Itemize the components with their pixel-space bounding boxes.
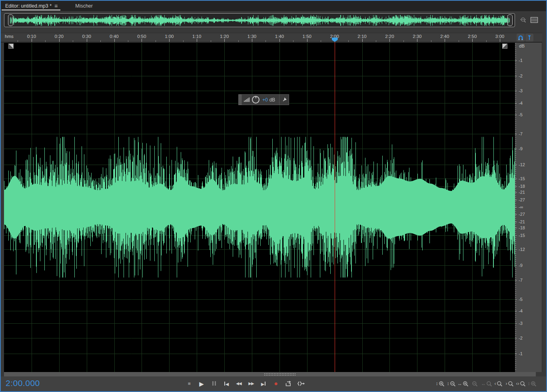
loop-playback-button[interactable] xyxy=(284,379,293,388)
timeline-tick xyxy=(252,39,252,42)
scrollbar-grip[interactable] xyxy=(264,373,296,376)
db-tick xyxy=(515,91,517,91)
waveform-canvas[interactable] xyxy=(4,43,515,372)
db-label: -15 xyxy=(519,176,525,181)
overview-right-handle[interactable] xyxy=(507,14,513,26)
zoom-out-time-button[interactable] xyxy=(470,379,480,388)
timeline-tick xyxy=(472,39,473,42)
db-tick xyxy=(515,115,517,115)
rewind-button[interactable]: ◀◀ xyxy=(234,379,243,388)
db-tick xyxy=(515,60,517,61)
zoom-to-out-point-button[interactable]: › xyxy=(505,379,515,388)
timeline-tick xyxy=(169,39,170,42)
zoom-full-button[interactable]: ↕ xyxy=(527,379,537,388)
play-button[interactable]: ▶ xyxy=(197,379,206,388)
hud-gain-value[interactable]: +0 xyxy=(262,97,268,103)
timeline-label: 2:50 xyxy=(468,34,477,39)
overview-zoom-icon[interactable] xyxy=(519,16,528,25)
tab-mixer[interactable]: Mischer xyxy=(71,1,97,11)
tab-mixer-label: Mischer xyxy=(75,3,93,9)
db-label: -1 xyxy=(519,58,523,63)
zoom-controls: ↕ ↕ ↔ ↔ ‹ › ‹› ↕ xyxy=(435,379,537,388)
magnet-icon xyxy=(517,34,524,41)
pause-button[interactable] xyxy=(210,379,218,388)
timeline-tick xyxy=(73,40,73,42)
overview-left-handle[interactable] xyxy=(8,14,13,26)
tab-editor[interactable]: Editor: untitled.mp3 * ≡ xyxy=(1,1,62,11)
fade-in-handle[interactable] xyxy=(8,44,14,49)
fade-out-handle[interactable] xyxy=(502,44,507,49)
timeline-label: 2:40 xyxy=(440,34,449,39)
hud-gain-knob-icon[interactable] xyxy=(252,96,260,103)
db-tick xyxy=(515,280,517,281)
hud-gain-control: +0 dB xyxy=(238,94,289,105)
overview-waveform[interactable] xyxy=(10,14,510,26)
db-label: -18 xyxy=(519,184,525,189)
play-icon: ▶ xyxy=(199,381,204,387)
timeline-label: 0:30 xyxy=(82,34,91,39)
timeline-tick xyxy=(348,40,349,42)
zoom-to-selection-button[interactable]: ‹› xyxy=(516,379,526,388)
timeline-tick xyxy=(362,39,363,42)
zoom-reset-button[interactable]: ↔ xyxy=(481,379,492,388)
timeline-tick xyxy=(293,40,293,42)
snap-toggle-button[interactable] xyxy=(517,34,525,42)
hud-gain-unit: dB xyxy=(270,97,275,103)
move-playhead-button[interactable] xyxy=(296,379,305,388)
timeline-label: 1:10 xyxy=(192,34,201,39)
panel-menu-hamburger-icon[interactable]: ≡ xyxy=(54,4,58,8)
timeline-tick xyxy=(376,40,376,42)
transport-controls: ■▶◀◀◀▶▶▶● xyxy=(185,379,305,388)
fast-forward-button[interactable]: ▶▶ xyxy=(247,379,256,388)
playhead-line[interactable] xyxy=(335,40,335,372)
db-label: -4 xyxy=(519,308,523,313)
timeline-tick xyxy=(266,40,266,42)
db-label: -1 xyxy=(519,351,523,356)
zoom-in-time-button[interactable]: ↔ xyxy=(457,379,469,388)
move-playhead-icon xyxy=(297,381,305,386)
timeline-tick xyxy=(224,39,225,42)
timeline-label: 1:40 xyxy=(275,34,284,39)
hud-drag-grip[interactable] xyxy=(239,95,242,105)
magnifier-icon xyxy=(508,381,514,387)
record-button[interactable]: ● xyxy=(272,379,280,388)
timeline-label: 3:00 xyxy=(495,34,504,39)
panel-menu-icon[interactable] xyxy=(530,17,538,23)
db-label: -9 xyxy=(519,263,523,268)
db-label: -2 xyxy=(519,336,523,340)
db-label: -27 xyxy=(519,197,525,202)
zoom-prefix-glyph: ‹ xyxy=(495,381,496,386)
zoom-in-amplitude-button[interactable]: ↕ xyxy=(435,379,445,388)
horizontal-scrollbar[interactable] xyxy=(4,372,536,376)
timeline-label: 2:10 xyxy=(357,34,366,39)
hud-pin-icon[interactable] xyxy=(282,97,287,102)
add-marker-button[interactable] xyxy=(525,34,533,42)
magnifier-icon xyxy=(439,381,445,387)
timeline-tick xyxy=(403,40,404,42)
timeline-label: 0:20 xyxy=(55,34,64,39)
overview-strip[interactable] xyxy=(4,13,515,27)
db-ruler[interactable]: dB -1-2-3-4-5-7-9-12-15-18-21-27-∞-27-21… xyxy=(515,43,542,372)
db-tick xyxy=(515,165,517,165)
waveform-editor[interactable]: +0 dB xyxy=(4,43,515,372)
zoom-out-amplitude-button[interactable]: ↕ xyxy=(446,379,456,388)
timeline-ruler[interactable]: hms 0:100:200:300:400:501:001:101:201:30… xyxy=(1,33,542,42)
time-display[interactable]: 2:00.000 xyxy=(6,378,40,388)
timeline-tick xyxy=(156,40,156,42)
db-label: -4 xyxy=(519,101,523,105)
skip-to-start-button[interactable]: ◀ xyxy=(222,379,231,388)
fast-forward-icon: ▶▶ xyxy=(248,382,254,386)
stop-button[interactable]: ■ xyxy=(185,379,194,388)
timeline-tick xyxy=(459,40,459,42)
timeline-label: 0:10 xyxy=(27,34,36,39)
timeline-tick xyxy=(238,40,239,42)
magnifier-icon xyxy=(450,381,456,387)
db-tick xyxy=(515,323,517,324)
zoom-to-in-point-button[interactable]: ‹ xyxy=(493,379,503,388)
db-tick xyxy=(515,228,517,228)
hud-levels-icon xyxy=(244,98,250,102)
timeline-label: 1:30 xyxy=(248,34,256,39)
db-tick xyxy=(515,186,517,187)
db-tick xyxy=(515,265,517,266)
skip-to-end-button[interactable]: ▶ xyxy=(259,379,268,388)
